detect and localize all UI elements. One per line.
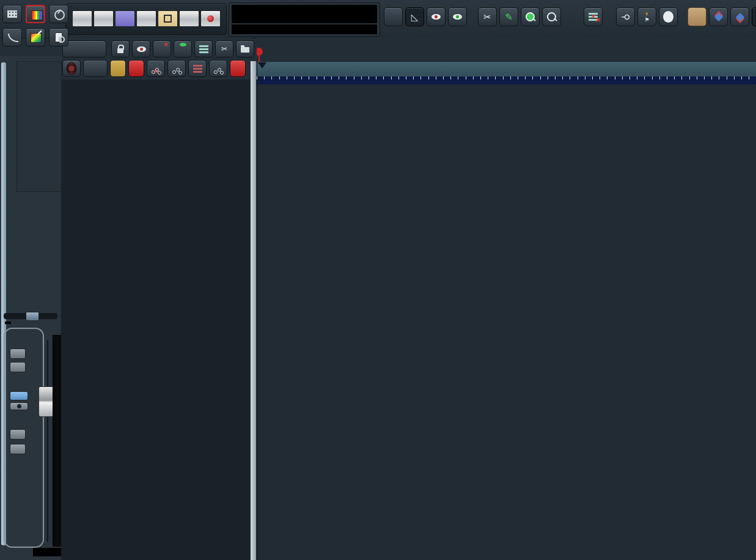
repeat-button[interactable] (115, 10, 135, 27)
zoom-preset-button[interactable] (384, 7, 403, 26)
pencil-icon: ✎ (505, 12, 513, 23)
performance-meter-button[interactable] (49, 5, 68, 23)
sws-badge-icon (663, 11, 673, 23)
list-remove-icon (589, 13, 598, 21)
tempo-ruler[interactable] (257, 76, 756, 84)
theme-editor-button[interactable] (26, 28, 45, 46)
master-mono-button[interactable] (10, 429, 26, 440)
nudge-right-button[interactable] (730, 7, 749, 26)
track-lanes (257, 84, 756, 560)
record-list-button[interactable] (188, 60, 207, 77)
track-view-toolbar: ✂ (61, 38, 252, 79)
solo-defeat-button[interactable] (230, 60, 246, 77)
arrange-view[interactable] (257, 38, 756, 560)
scissors-icon: ✂ (483, 12, 491, 23)
magnifier-icon (547, 12, 556, 21)
go-to-start-button[interactable] (72, 10, 92, 27)
master-recarm-button[interactable] (10, 402, 28, 410)
wrench-icon: ⚲ (620, 13, 631, 20)
lock-list-button[interactable] (194, 40, 213, 57)
daw-window: ◺ ✂ ✎ ⚲ 🏃⚑ ✂ (0, 0, 756, 560)
stop-icon (164, 15, 172, 23)
region-manager-button[interactable] (49, 28, 68, 46)
green-eye-check-icon (453, 14, 462, 20)
zoom-in-button[interactable] (521, 7, 540, 26)
padlock-icon (117, 48, 123, 53)
nodes-eye-icon (172, 68, 181, 74)
snap-toggle-button[interactable] (688, 7, 706, 26)
master-solo-button[interactable] (10, 362, 26, 372)
metronome-button[interactable]: ◺ (405, 7, 424, 26)
show-all-button[interactable] (448, 7, 467, 26)
bypass-fx-button[interactable] (153, 40, 171, 57)
nodes-run-icon (214, 68, 222, 74)
nodes-x-icon (152, 68, 160, 74)
master-pan-label (5, 322, 11, 324)
video-window-button[interactable] (2, 5, 22, 23)
red-eye-icon (431, 14, 441, 20)
red-list-icon (193, 65, 202, 73)
record-mode-button[interactable] (62, 60, 81, 77)
mixer-window-button[interactable] (26, 5, 45, 23)
actions-button[interactable]: ⚲ (616, 7, 635, 26)
diamond-right-icon (735, 12, 744, 21)
master-strip (2, 313, 60, 559)
solo-all-button[interactable] (128, 60, 144, 77)
project-marker[interactable] (257, 48, 263, 56)
master-mute-button[interactable] (10, 348, 26, 359)
split-selection-button[interactable]: ✂ (215, 40, 233, 57)
master-pan-handle[interactable] (26, 312, 39, 321)
master-pan-slider[interactable] (4, 313, 57, 319)
remove-marker-button[interactable] (584, 7, 603, 26)
cut-items-button[interactable]: ✂ (478, 7, 497, 26)
master-fader-track[interactable] (47, 340, 48, 542)
master-route-button[interactable] (10, 391, 28, 400)
panel-divider[interactable] (251, 61, 256, 560)
folder-up-icon (241, 47, 249, 53)
mute-all-button[interactable] (110, 60, 126, 77)
paintbrush-icon (31, 33, 42, 43)
go-to-end-button[interactable] (94, 10, 114, 27)
color-bars-icon (31, 10, 43, 20)
player-tracker-button[interactable] (62, 40, 106, 57)
lock-items-button[interactable] (752, 7, 756, 26)
pause-button[interactable] (136, 10, 156, 27)
zoom-tool-button[interactable] (542, 7, 561, 26)
import-folder-button[interactable] (236, 40, 254, 57)
dial-icon (54, 10, 65, 20)
master-panel (0, 56, 61, 560)
hide-tracks-button[interactable] (132, 40, 150, 57)
red-eye-icon (137, 46, 146, 52)
diamond-left-icon (714, 12, 722, 21)
ruler-header (257, 38, 756, 61)
play-button[interactable] (179, 10, 199, 27)
master-trim-button[interactable] (10, 444, 26, 454)
scissors-box-icon: ✂ (221, 45, 227, 53)
pencil-tool-button[interactable]: ✎ (499, 7, 518, 26)
hide-envelopes-button[interactable] (427, 7, 446, 26)
edit-cursor-handle[interactable] (258, 62, 266, 68)
nudge-left-button[interactable] (709, 7, 728, 26)
walking-figures-icon: 🏃⚑ (642, 12, 652, 23)
timeline-ruler[interactable] (257, 61, 756, 77)
vst-browser-button[interactable] (83, 60, 108, 77)
time-display (229, 2, 380, 37)
master-fx-list (17, 61, 62, 192)
run-action-button[interactable]: 🏃⚑ (637, 7, 656, 26)
track-control-panel (61, 79, 257, 560)
record-button[interactable] (200, 10, 221, 27)
magnifier-plus-icon (526, 12, 535, 21)
disc-icon (67, 62, 76, 75)
document-search-icon (55, 32, 62, 42)
stop-button[interactable] (158, 10, 178, 27)
envelope-window-button[interactable] (2, 28, 22, 46)
show-routing-button[interactable] (167, 60, 186, 77)
selection-readout (232, 24, 377, 34)
show-fx-button[interactable] (174, 40, 192, 57)
auto-routing-button[interactable] (209, 60, 227, 77)
lock-tracks-button[interactable] (111, 40, 130, 57)
remove-routing-button[interactable] (147, 60, 165, 77)
window-icon-grid (2, 5, 64, 73)
sws-extensions-button[interactable] (659, 7, 678, 26)
filmstrip-icon (7, 10, 17, 18)
